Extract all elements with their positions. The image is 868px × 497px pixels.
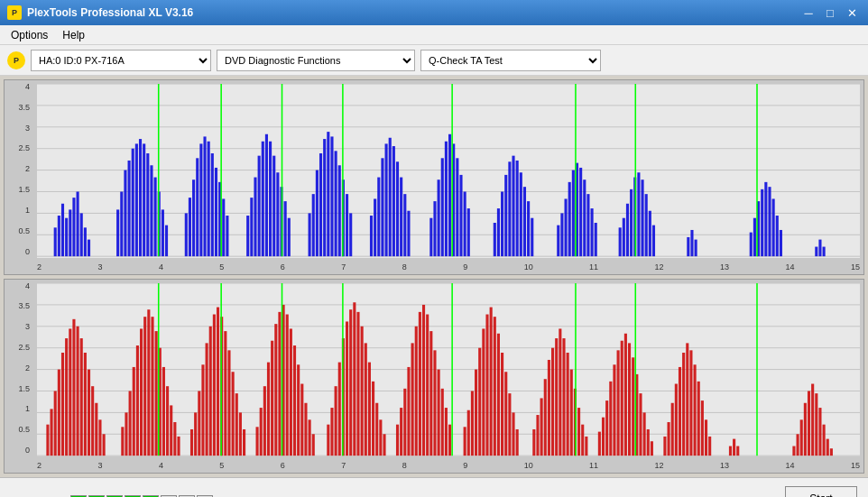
- test-select[interactable]: Q-Check TA Test: [420, 50, 601, 71]
- svg-rect-239: [415, 326, 418, 455]
- svg-rect-158: [58, 369, 60, 456]
- drive-icon: P: [7, 51, 25, 69]
- svg-rect-189: [198, 391, 200, 456]
- svg-rect-104: [565, 198, 568, 256]
- start-button[interactable]: Start: [785, 486, 857, 497]
- svg-rect-134: [780, 230, 782, 256]
- svg-rect-124: [690, 230, 693, 256]
- svg-rect-233: [383, 434, 385, 456]
- svg-rect-27: [146, 153, 149, 256]
- svg-rect-114: [623, 218, 625, 256]
- svg-rect-160: [65, 338, 68, 456]
- svg-rect-196: [224, 331, 226, 456]
- minimize-button[interactable]: ─: [799, 4, 817, 22]
- maximize-button[interactable]: □: [821, 4, 839, 22]
- svg-rect-18: [88, 240, 90, 257]
- svg-rect-172: [125, 412, 127, 456]
- svg-rect-221: [338, 362, 341, 456]
- title-left: P PlexTools Professional XL V3.16: [7, 5, 193, 20]
- svg-rect-65: [338, 165, 341, 256]
- menu-help[interactable]: Help: [55, 27, 92, 43]
- svg-rect-236: [403, 388, 406, 455]
- svg-rect-136: [818, 240, 821, 257]
- svg-rect-173: [129, 391, 132, 456]
- svg-rect-34: [189, 198, 191, 256]
- svg-rect-25: [139, 139, 142, 256]
- svg-rect-74: [389, 138, 392, 256]
- svg-rect-312: [800, 419, 803, 456]
- svg-rect-88: [459, 175, 462, 256]
- svg-rect-248: [448, 424, 451, 456]
- svg-rect-97: [516, 161, 519, 256]
- svg-rect-302: [694, 364, 697, 456]
- svg-rect-263: [516, 428, 519, 455]
- svg-rect-311: [797, 434, 799, 456]
- svg-rect-159: [61, 353, 64, 456]
- svg-rect-94: [504, 175, 507, 256]
- svg-rect-109: [583, 179, 586, 256]
- close-button[interactable]: ✕: [843, 4, 861, 22]
- svg-rect-73: [385, 143, 388, 256]
- svg-rect-291: [643, 412, 646, 456]
- svg-rect-100: [527, 201, 530, 256]
- svg-rect-46: [250, 198, 253, 256]
- drive-select[interactable]: HA:0 ID:0 PX-716A: [31, 50, 211, 71]
- svg-rect-278: [585, 436, 587, 455]
- svg-rect-313: [804, 402, 807, 455]
- lower-chart-inner: [37, 283, 860, 457]
- svg-rect-186: [177, 436, 180, 455]
- svg-rect-9: [54, 227, 57, 256]
- menu-options[interactable]: Options: [4, 27, 55, 43]
- svg-rect-135: [815, 247, 817, 257]
- svg-rect-180: [155, 331, 158, 456]
- svg-rect-121: [649, 211, 651, 256]
- svg-rect-244: [433, 350, 436, 456]
- svg-rect-280: [602, 417, 605, 455]
- svg-rect-125: [695, 240, 697, 257]
- svg-rect-90: [467, 208, 470, 256]
- svg-rect-68: [349, 213, 352, 256]
- svg-rect-12: [65, 218, 68, 256]
- svg-rect-228: [365, 343, 367, 456]
- svg-rect-223: [346, 321, 348, 456]
- svg-rect-36: [196, 158, 199, 256]
- svg-rect-23: [132, 149, 134, 256]
- upper-chart-inner: [37, 84, 860, 258]
- svg-rect-76: [396, 161, 399, 256]
- svg-rect-70: [374, 198, 376, 256]
- svg-rect-317: [818, 408, 821, 456]
- svg-rect-92: [497, 208, 500, 256]
- svg-rect-113: [619, 227, 622, 256]
- svg-rect-165: [84, 353, 87, 456]
- svg-rect-171: [121, 427, 124, 456]
- svg-rect-318: [823, 424, 826, 456]
- svg-rect-199: [235, 393, 238, 456]
- svg-rect-57: [309, 213, 311, 256]
- svg-rect-82: [438, 179, 440, 256]
- svg-rect-271: [559, 328, 561, 456]
- svg-rect-127: [753, 218, 756, 256]
- svg-rect-85: [448, 134, 451, 256]
- svg-rect-219: [330, 408, 333, 456]
- svg-rect-187: [190, 428, 193, 455]
- svg-rect-226: [356, 311, 359, 455]
- svg-rect-202: [256, 427, 259, 456]
- svg-rect-185: [173, 422, 176, 456]
- svg-rect-230: [372, 381, 374, 455]
- svg-rect-99: [523, 187, 526, 256]
- svg-rect-106: [572, 170, 575, 257]
- function-select[interactable]: DVD Diagnostic Functions: [217, 50, 415, 71]
- svg-rect-11: [61, 204, 64, 256]
- svg-rect-163: [77, 326, 79, 455]
- svg-rect-288: [632, 357, 634, 456]
- svg-rect-79: [407, 211, 410, 256]
- main-area: 4 3.5 3 2.5 2 1.5 1 0.5 0: [0, 76, 868, 477]
- svg-rect-261: [508, 393, 511, 456]
- svg-rect-81: [433, 201, 436, 256]
- svg-rect-269: [551, 347, 554, 455]
- svg-rect-80: [429, 218, 432, 256]
- svg-rect-167: [91, 386, 94, 456]
- svg-rect-49: [262, 142, 264, 256]
- svg-rect-59: [316, 170, 319, 257]
- svg-rect-191: [206, 343, 208, 456]
